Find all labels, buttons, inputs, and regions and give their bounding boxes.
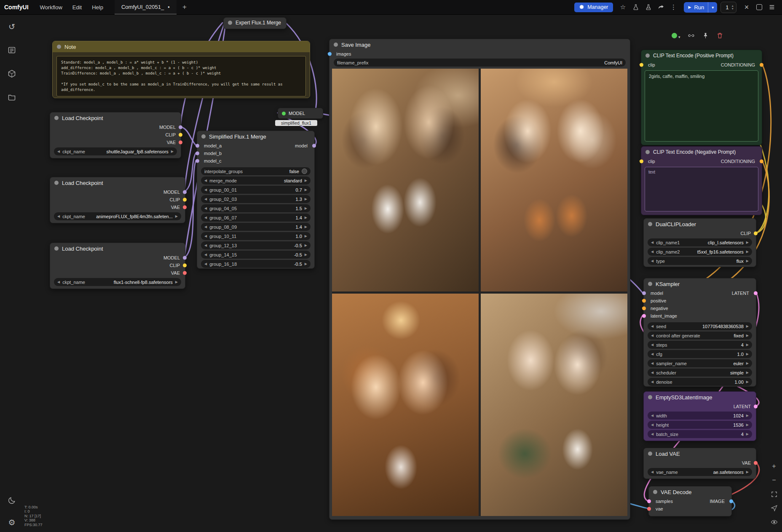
next-arrow-icon[interactable]: ▶ xyxy=(746,250,749,254)
prev-arrow-icon[interactable]: ◀ xyxy=(651,352,653,356)
next-arrow-icon[interactable]: ▶ xyxy=(746,324,749,328)
step-down-icon[interactable]: ▼ xyxy=(731,7,734,10)
workflow-tab[interactable]: ComfyUI_02051_ ● xyxy=(115,0,177,14)
hamburger-menu-icon[interactable] xyxy=(766,2,778,13)
menu-workflow[interactable]: Workflow xyxy=(35,4,67,11)
group-widget[interactable]: ◀ group_08_09 1.4 ▶ xyxy=(201,223,311,231)
model-port-icon[interactable] xyxy=(179,126,182,129)
clip-name2-widget[interactable]: ◀ clip_name2 t5xxl_fp16.safetensors ▶ xyxy=(648,248,752,256)
prev-arrow-icon[interactable]: ◀ xyxy=(204,234,207,238)
collapse-dot-icon[interactable] xyxy=(648,222,652,226)
star-icon[interactable]: ☆ xyxy=(617,2,629,13)
node-vae-decode[interactable]: VAE Decode samples IMAGE vae xyxy=(648,486,732,516)
collapse-dot-icon[interactable] xyxy=(54,116,59,120)
collapse-dot-icon[interactable] xyxy=(645,53,650,58)
collapse-dot-icon[interactable] xyxy=(201,134,206,139)
prev-arrow-icon[interactable]: ◀ xyxy=(651,414,653,417)
image-port-icon[interactable] xyxy=(729,500,733,503)
node-color-swatch[interactable]: ▾ xyxy=(672,32,680,40)
group-widget[interactable]: ◀ group_16_18 -0.5 ▶ xyxy=(201,260,311,268)
type-widget[interactable]: ◀ type flux ▶ xyxy=(648,257,752,265)
batch-count-stepper[interactable]: 1 ▲ ▼ xyxy=(720,2,736,13)
ckpt-name-widget[interactable]: ◀ ckpt_name animeproFLUX_fp8E4m3fn.safet… xyxy=(54,212,181,220)
node-load-checkpoint-1[interactable]: Load Checkpoint MODEL CLIP VAE ◀ ckpt_na… xyxy=(50,112,181,158)
node-header[interactable]: Load Checkpoint xyxy=(50,177,185,188)
generated-image-3[interactable] xyxy=(332,294,479,516)
prev-arrow-icon[interactable]: ◀ xyxy=(651,241,653,244)
model-port-icon[interactable] xyxy=(196,144,199,148)
group-widget[interactable]: ◀ group_00_01 0.7 ▶ xyxy=(201,186,311,194)
model-port-icon[interactable] xyxy=(183,256,187,260)
app-logo[interactable]: ComfyUI xyxy=(4,4,29,11)
control-after-generate-widget[interactable]: ◀ control after generate fixed ▶ xyxy=(648,331,752,340)
next-arrow-icon[interactable]: ▶ xyxy=(746,423,749,427)
prev-arrow-icon[interactable]: ◀ xyxy=(204,206,207,210)
prev-arrow-icon[interactable]: ◀ xyxy=(57,150,60,153)
height-widget[interactable]: ◀ height 1536 ▶ xyxy=(648,421,752,429)
collapse-dot-icon[interactable] xyxy=(57,45,61,49)
next-arrow-icon[interactable]: ▶ xyxy=(305,253,307,257)
model-library-icon[interactable] xyxy=(6,68,17,79)
next-arrow-icon[interactable]: ▶ xyxy=(305,179,307,182)
node-empty-sd3-latent[interactable]: EmptySD3LatentImage LATENT ◀ width 1024 … xyxy=(643,391,756,441)
image-port-icon[interactable] xyxy=(328,52,332,56)
prompt-textarea[interactable]: text xyxy=(645,167,758,211)
vae-name-widget[interactable]: ◀ vae_name ae.safetensors ▶ xyxy=(648,468,752,476)
prev-arrow-icon[interactable]: ◀ xyxy=(651,259,653,263)
collapse-dot-icon[interactable] xyxy=(645,150,650,154)
clip-port-icon[interactable] xyxy=(640,63,643,67)
next-arrow-icon[interactable]: ▶ xyxy=(746,361,749,365)
node-save-image[interactable]: Save Image images filename_prefix ComfyU… xyxy=(329,39,630,520)
share-icon[interactable] xyxy=(655,2,667,13)
flask-icon-1[interactable] xyxy=(630,2,642,13)
next-arrow-icon[interactable]: ▶ xyxy=(746,414,749,417)
next-arrow-icon[interactable]: ▶ xyxy=(746,343,749,347)
seed-widget[interactable]: ◀ seed 1077054838360538 ▶ xyxy=(648,322,752,330)
steps-widget[interactable]: ◀ steps 4 ▶ xyxy=(648,341,752,349)
node-header[interactable]: Expert Flux.1 Merge xyxy=(224,18,286,28)
node-header[interactable]: CLIP Text Encode (Negative Prompt) xyxy=(641,147,762,158)
locate-arrow-icon[interactable] xyxy=(770,504,778,512)
flask-icon-2[interactable] xyxy=(643,2,654,13)
next-arrow-icon[interactable]: ▶ xyxy=(746,380,749,384)
node-header[interactable]: CLIP Text Encode (Positive Prompt) xyxy=(641,50,762,61)
step-up-icon[interactable]: ▲ xyxy=(731,4,734,7)
zoom-out-icon[interactable]: − xyxy=(770,476,778,484)
collapse-dot-icon[interactable] xyxy=(653,490,657,494)
collapse-dot-icon[interactable] xyxy=(334,43,338,47)
prev-arrow-icon[interactable]: ◀ xyxy=(651,380,653,384)
settings-gear-icon[interactable]: ⚙ xyxy=(6,517,17,528)
latent-port-icon[interactable] xyxy=(754,405,758,409)
fit-view-icon[interactable] xyxy=(770,490,778,498)
workflows-folder-icon[interactable] xyxy=(6,92,17,103)
menu-edit[interactable]: Edit xyxy=(68,4,86,11)
interpolate-groups-toggle[interactable]: interpolate_groups false xyxy=(201,167,311,175)
next-arrow-icon[interactable]: ▶ xyxy=(305,243,307,247)
vae-port-icon[interactable] xyxy=(647,507,651,511)
run-button[interactable]: ▶ Run ▾ xyxy=(684,2,718,13)
toggle-knob-icon[interactable] xyxy=(302,168,307,174)
collapse-dot-icon[interactable] xyxy=(228,21,232,25)
node-note[interactable]: Note Standard: model_a , model_b : = a* … xyxy=(52,41,310,98)
more-options-icon[interactable]: ⋮ xyxy=(668,2,680,13)
collapse-dot-icon[interactable] xyxy=(54,246,59,251)
node-clip-negative[interactable]: CLIP Text Encode (Negative Prompt) clip … xyxy=(641,146,762,215)
next-arrow-icon[interactable]: ▶ xyxy=(746,432,749,436)
prev-arrow-icon[interactable]: ◀ xyxy=(204,253,207,257)
history-icon[interactable]: ↺ xyxy=(6,21,17,32)
node-header[interactable]: Load Checkpoint xyxy=(50,112,181,123)
queue-log-icon[interactable] xyxy=(6,45,17,56)
prev-arrow-icon[interactable]: ◀ xyxy=(651,324,653,328)
clip-port-icon[interactable] xyxy=(183,264,187,267)
ckpt-name-widget[interactable]: ◀ ckpt_name shuttleJaguar_fp8.safetensor… xyxy=(54,147,177,155)
clip-name1-widget[interactable]: ◀ clip_name1 clip_l.safetensors ▶ xyxy=(648,238,752,246)
theme-moon-icon[interactable] xyxy=(6,495,17,506)
generated-image-2[interactable] xyxy=(481,69,627,291)
model-port-icon[interactable] xyxy=(196,152,199,155)
prev-arrow-icon[interactable]: ◀ xyxy=(204,179,207,182)
next-arrow-icon[interactable]: ▶ xyxy=(305,206,307,210)
stepper-arrows[interactable]: ▲ ▼ xyxy=(731,4,734,10)
manager-button[interactable]: Manager xyxy=(574,3,613,12)
merge-mode-widget[interactable]: ◀ merge_mode standard ▶ xyxy=(201,176,311,184)
scheduler-widget[interactable]: ◀ scheduler simple ▶ xyxy=(648,369,752,377)
